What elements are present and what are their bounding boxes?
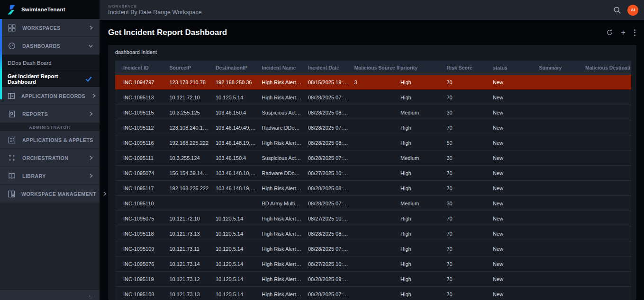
sidebar-item-workspaces[interactable]: WORKSPACES [0,19,100,37]
table-cell: High Risk Alert… [262,261,308,267]
chevron-right-icon [89,173,93,178]
table-cell: High [400,170,447,176]
table-cell: 3 [354,79,401,85]
column-header-destinationip[interactable]: DestinationIP [216,65,262,71]
sidebar-item-orchestration[interactable]: ORCHESTRATION [0,149,100,167]
table-cell: 08/28/2025 09:… [308,276,354,282]
sidebar-item-application-records[interactable]: APPLICATION RECORDS [0,87,100,105]
table-cell: New [493,261,539,267]
main-area: WORKSPACE Incident By Date Range Workspa… [100,0,644,300]
workspace-management-icon [8,190,15,198]
table-cell: INC-1095111 [123,155,170,161]
table-cell: INC-1095119 [123,276,170,282]
table-cell: INC-1095118 [123,231,170,237]
table-row[interactable]: INC-1095074156.154.39.14…103.46.148.10,…… [115,166,631,181]
top-header: WORKSPACE Incident By Date Range Workspa… [100,0,644,20]
sidebar-item-applications-applets[interactable]: APPLICATIONS & APPLETS [0,131,100,149]
user-avatar[interactable]: AI [627,5,638,16]
sidebar-logo-bar[interactable]: SwimlaneTenant [0,0,100,19]
table-cell: 08/28/2025 07:… [308,155,354,161]
search-button[interactable] [610,3,624,17]
table-cell: 10.121.73.14 [170,261,216,267]
column-header-malicious-destinati[interactable]: Malicious Destinati [585,65,631,71]
dashboard-title-bar: Get Incident Report Dashboard + [100,20,644,45]
table-row[interactable]: INC-1095116192.168.225.222103.46.148.19,… [115,135,631,150]
sidebar-item-dashboards[interactable]: DASHBOARDS [0,37,100,55]
table-cell: New [493,79,539,85]
table-row[interactable]: INC-1095117192.168.225.222103.46.148.19,… [115,181,631,196]
table-cell: 70 [447,79,493,85]
sidebar-accent-scrollbar[interactable] [0,19,2,99]
table-cell: New [493,291,539,297]
table-cell: New [493,246,539,252]
column-header-incident-name[interactable]: Incident Name [262,65,308,71]
table-row[interactable]: INC-109510810.121.73.1310.120.5.14High R… [115,287,631,300]
table-row[interactable]: INC-109511310.121.72.1010.120.5.14High R… [115,90,631,105]
table-row[interactable]: INC-109511910.121.73.1210.120.5.14High R… [115,272,631,287]
table-cell: 08/27/2025 10:… [308,170,354,176]
column-header-risk-score[interactable]: Risk Score [447,65,493,71]
column-header-incident-date[interactable]: Incident Date [308,65,354,71]
sidebar-subitem-ddos-dash-board[interactable]: DDos Dash Board [0,55,100,71]
table-cell: 123.178.210.78 [170,79,216,85]
table-cell: 30 [447,201,493,206]
table-cell: High [400,216,447,221]
column-header-status[interactable]: status [493,65,539,71]
column-header-incident-id[interactable]: Incident ID [123,65,170,71]
table-cell: 10.120.5.14 [216,246,262,252]
table-cell: Medium [400,110,447,115]
table-cell: 70 [447,185,493,191]
column-header-summary[interactable]: Summary [539,65,586,71]
chevron-right-icon [89,25,93,30]
table-cell: 30 [447,155,493,161]
table-cell: 192.168.225.222 [170,140,216,146]
table-row[interactable]: INC-1094797123.178.210.78192.168.250.36H… [115,75,631,90]
plus-icon: + [621,28,626,36]
incident-table: Incident IDSourceIPDestinationIPIncident… [115,61,631,300]
orchestration-icon [8,154,16,162]
table-cell: 103.46.148.10,… [216,170,262,176]
sidebar-subitem-get-incident-report-dashboard[interactable]: Get Incident Report Dashboard [0,71,100,87]
subitem-label: DDos Dash Board [8,60,52,66]
table-cell: 10.121.73.11 [170,246,216,252]
add-widget-button[interactable]: + [621,28,626,36]
breadcrumb[interactable]: WORKSPACE Incident By Date Range Workspa… [108,4,202,16]
table-row[interactable]: INC-109511810.121.73.1310.120.5.14High R… [115,226,631,241]
table-cell: 10.121.73.13 [170,291,216,297]
table-cell: 103.46.148.19,… [216,140,262,146]
table-row[interactable]: INC-109507510.121.72.1010.120.5.14High R… [115,211,631,226]
table-body: INC-1094797123.178.210.78192.168.250.36H… [115,75,631,300]
sidebar-item-workspace-management[interactable]: WORKSPACE MANAGEMENT [0,185,100,203]
table-row[interactable]: INC-1095112123.108.240.1…103.46.149.49,…… [115,120,631,135]
table-cell: 70 [447,276,493,282]
more-options-button[interactable] [633,28,636,37]
sidebar: SwimlaneTenant WORKSPACES DASHBOARDS [0,0,100,300]
table-row[interactable]: INC-109511510.3.255.125103.46.150.4Suspi… [115,105,631,120]
column-header-malicious-source-ip[interactable]: Malicious Source IP [354,65,401,71]
table-cell: 08/27/2025 10:… [308,261,354,267]
table-row[interactable]: INC-109511110.3.255.124103.46.150.4Suspi… [115,150,631,166]
table-cell: High [400,246,447,252]
table-row[interactable]: INC-1095110BD Army Multi…08/28/2025 07:…… [115,196,631,211]
sidebar-item-library[interactable]: LIBRARY [0,167,100,185]
table-cell: New [493,140,539,146]
sidebar-item-reports[interactable]: REPORTS [0,105,100,123]
breadcrumb-label: WORKSPACE [108,4,202,9]
table-row[interactable]: INC-109507610.121.73.1410.120.5.14High R… [115,256,631,272]
table-cell: High [400,261,447,267]
table-cell: 08/27/2025 10:… [308,216,354,221]
column-header-sourceip[interactable]: SourceIP [170,65,216,71]
table-cell: 10.121.72.10 [170,95,216,100]
column-header-priority[interactable]: priority [400,65,447,71]
table-cell: 08/28/2025 08:… [308,140,354,146]
table-cell: 10.3.255.124 [170,155,216,161]
table-cell: 103.46.148.19,… [216,185,262,191]
table-cell: 08/28/2025 08:… [308,231,354,237]
applications-applets-icon [8,136,16,144]
table-cell: INC-1095074 [123,170,170,176]
table-row[interactable]: INC-109510910.121.73.1110.120.5.14High R… [115,241,631,256]
collapse-arrow-icon: ← [88,291,94,299]
table-cell: High Risk Alert… [262,246,308,252]
refresh-button[interactable] [606,29,613,36]
sidebar-collapse-button[interactable]: ← [0,289,100,300]
